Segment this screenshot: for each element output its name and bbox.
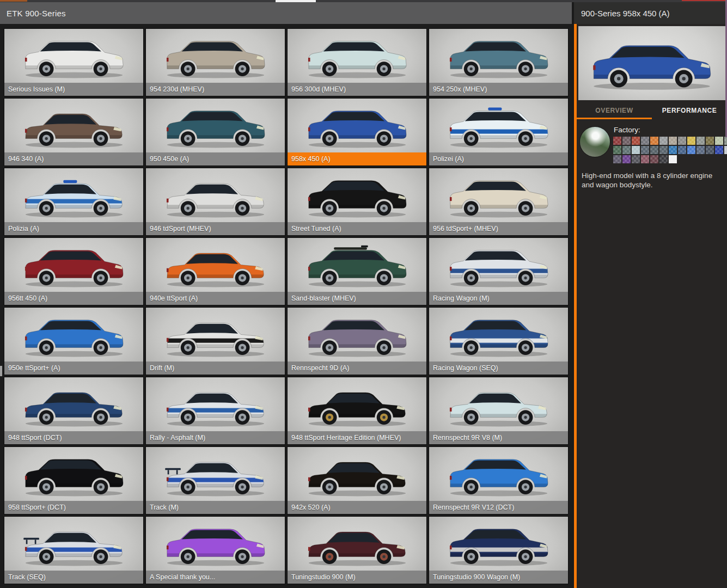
vehicle-config-tile[interactable]: Rennspecht 9R V8 (M) (429, 377, 568, 444)
config-grid: Serious Issues (M) 954 230d (MHEV) 956 3… (0, 24, 572, 584)
color-swatch[interactable] (669, 137, 677, 145)
color-swatch[interactable] (659, 137, 668, 145)
grid-scrollbar-thumb[interactable] (0, 366, 2, 376)
vehicle-config-tile[interactable]: 948 ttSport (DCT) (4, 377, 143, 444)
vehicle-render (288, 377, 426, 431)
vehicle-render (288, 447, 426, 501)
vehicle-config-tile[interactable]: Polizia (A) (4, 168, 143, 235)
color-swatch[interactable] (706, 146, 714, 154)
color-swatch[interactable] (669, 155, 677, 163)
environment-thumbnail[interactable] (580, 127, 610, 157)
config-name-label: 956tt 450 (A) (4, 292, 143, 305)
vehicle-config-tile[interactable]: 958x 450 (A) (288, 99, 426, 166)
vehicle-config-tile[interactable]: 942x 520 (A) (288, 447, 426, 514)
vehicle-render (288, 517, 426, 571)
color-swatch[interactable] (659, 146, 668, 154)
vehicle-config-tile[interactable]: 940e ttSport (A) (146, 238, 285, 305)
vehicle-config-tile[interactable]: Tuningstudio 900 Wagon (M) (429, 517, 568, 584)
vehicle-config-tile[interactable]: 954 250x (MHEV) (429, 29, 568, 96)
color-swatch[interactable] (613, 155, 621, 163)
config-name-label: Rennspecht 9R V12 (DCT) (429, 501, 568, 514)
config-name-label: Street Tuned (A) (288, 222, 426, 235)
vehicle-render (288, 29, 426, 83)
color-swatch[interactable] (687, 137, 695, 145)
vehicle-config-tile[interactable]: A Special thank you... (146, 517, 285, 584)
color-swatch[interactable] (650, 146, 658, 154)
color-swatch[interactable] (659, 155, 668, 163)
color-swatch[interactable] (650, 155, 658, 163)
vehicle-config-tile[interactable]: Tuningstudio 900 (M) (288, 517, 426, 584)
detail-panel-header: 900-Series 958x 450 (A) (574, 2, 727, 24)
vehicle-config-tile[interactable]: 958 ttSport+ (DCT) (4, 447, 143, 514)
tab-performance[interactable]: PERFORMANCE (652, 103, 727, 119)
vehicle-config-tile[interactable]: Serious Issues (M) (4, 29, 143, 96)
color-swatch[interactable] (715, 146, 723, 154)
vehicle-config-tile[interactable]: Rally - Asphalt (M) (146, 377, 285, 444)
color-swatch[interactable] (622, 146, 631, 154)
vehicle-list-title: ETK 900-Series (0, 9, 66, 18)
vehicle-render (288, 238, 426, 292)
color-swatch[interactable] (641, 137, 649, 145)
color-swatch[interactable] (613, 146, 621, 154)
color-swatch[interactable] (724, 146, 727, 154)
vehicle-render (429, 99, 568, 152)
vehicle-render (146, 99, 285, 152)
config-name-label: Rally - Asphalt (M) (146, 431, 285, 444)
vehicle-config-tile[interactable]: 948 ttSport Heritage Edition (MHEV) (288, 377, 426, 444)
vehicle-render (429, 308, 568, 362)
vehicle-render (429, 517, 568, 571)
vehicle-config-tile[interactable]: 956tt 450 (A) (4, 238, 143, 305)
config-name-label: A Special thank you... (146, 571, 285, 584)
vehicle-config-tile[interactable]: 956 tdSport+ (MHEV) (429, 168, 568, 235)
color-swatch[interactable] (669, 146, 677, 154)
vehicle-config-tile[interactable]: Racing Wagon (SEQ) (429, 308, 568, 375)
vehicle-config-tile[interactable]: 946 tdSport (MHEV) (146, 168, 285, 235)
vehicle-config-tile[interactable]: Polizei (A) (429, 99, 568, 166)
color-swatch[interactable] (706, 137, 714, 145)
color-swatch[interactable] (687, 146, 695, 154)
vehicle-config-tile[interactable]: 950 450e (A) (146, 99, 285, 166)
vehicle-render (429, 168, 568, 222)
config-name-label: 950e ttSport+ (A) (4, 362, 143, 375)
color-swatch[interactable] (678, 137, 686, 145)
vehicle-render (4, 447, 143, 501)
color-swatch[interactable] (715, 137, 723, 145)
color-swatch[interactable] (678, 146, 686, 154)
vehicle-render (4, 308, 143, 362)
config-name-label: 942x 520 (A) (288, 501, 426, 514)
color-swatch[interactable] (632, 155, 640, 163)
vehicle-config-tile[interactable]: Rennspecht 9D (A) (288, 308, 426, 375)
vehicle-render (146, 238, 285, 292)
vehicle-config-tile[interactable]: Rennspecht 9R V12 (DCT) (429, 447, 568, 514)
vehicle-config-tile[interactable]: Sand-blaster (MHEV) (288, 238, 426, 305)
color-swatch[interactable] (697, 146, 705, 154)
tab-overview[interactable]: OVERVIEW (577, 103, 652, 119)
vehicle-config-tile[interactable]: 950e ttSport+ (A) (4, 308, 143, 375)
vehicle-render (4, 99, 143, 152)
vehicle-config-tile[interactable]: Street Tuned (A) (288, 168, 426, 235)
vehicle-render (146, 308, 285, 362)
color-swatch[interactable] (632, 137, 640, 145)
selected-config-title: 900-Series 958x 450 (A) (574, 9, 670, 18)
config-grid-area: Serious Issues (M) 954 230d (MHEV) 956 3… (0, 24, 572, 588)
config-name-label: Polizia (A) (4, 222, 143, 235)
color-swatch[interactable] (697, 137, 705, 145)
detail-panel: OVERVIEWPERFORMANCE Factory: High-end mo… (574, 24, 727, 588)
color-swatch[interactable] (650, 137, 658, 145)
color-swatch[interactable] (622, 137, 631, 145)
vehicle-config-tile[interactable]: 954 230d (MHEV) (146, 29, 285, 96)
color-swatch[interactable] (613, 137, 621, 145)
vehicle-config-tile[interactable]: Track (SEQ) (4, 517, 143, 584)
config-name-label: 948 ttSport Heritage Edition (MHEV) (288, 431, 426, 444)
vehicle-config-tile[interactable]: Drift (M) (146, 308, 285, 375)
color-swatch[interactable] (641, 155, 649, 163)
color-swatch[interactable] (622, 155, 631, 163)
color-swatch[interactable] (641, 146, 649, 154)
vehicle-config-tile[interactable]: Track (M) (146, 447, 285, 514)
color-swatch[interactable] (724, 137, 727, 145)
vehicle-config-tile[interactable]: 946 340 (A) (4, 99, 143, 166)
color-swatch[interactable] (632, 146, 640, 154)
vehicle-render (288, 99, 426, 152)
vehicle-config-tile[interactable]: Racing Wagon (M) (429, 238, 568, 305)
vehicle-config-tile[interactable]: 956 300d (MHEV) (288, 29, 426, 96)
